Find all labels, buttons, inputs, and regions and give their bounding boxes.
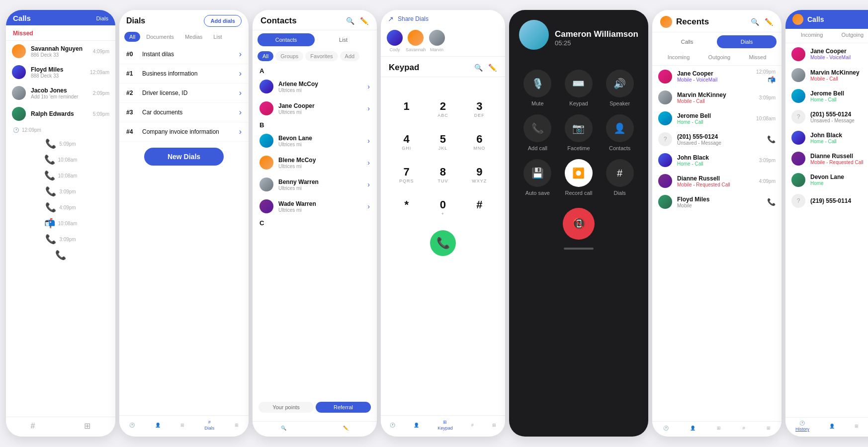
referral-btn[interactable]: Referral bbox=[316, 402, 371, 413]
tab-dials[interactable]: Dials bbox=[717, 35, 777, 48]
search-icon[interactable]: 🔍 bbox=[750, 17, 760, 27]
nav-apps[interactable]: ⊞ bbox=[84, 421, 90, 431]
keypad-9[interactable]: 9 WXYZ bbox=[464, 161, 495, 188]
nav-hash[interactable]: # bbox=[471, 423, 474, 428]
call-item: Savannah Nguyen 886 Deck 33 4:09pm bbox=[6, 41, 115, 62]
recent-item: ? (201) 555-0124 Unsaved - Message 📞 bbox=[652, 129, 781, 150]
contacts-title: Contacts bbox=[260, 16, 297, 26]
dials-arrow-icon[interactable]: › bbox=[239, 50, 242, 59]
subtab-missed[interactable]: Missed bbox=[747, 53, 769, 61]
speaker-button[interactable]: 🔊 Speaker bbox=[603, 70, 636, 106]
nav-contacts[interactable]: 👤 bbox=[690, 426, 695, 431]
contacts-button[interactable]: 👤 Contacts bbox=[603, 114, 636, 151]
nav-apps[interactable]: ⊞ bbox=[492, 423, 496, 428]
contact-arrow-icon[interactable]: › bbox=[367, 180, 370, 188]
record-button[interactable]: ⏺️ Record call bbox=[562, 159, 596, 196]
dials-button[interactable]: # Dials bbox=[603, 159, 636, 196]
nav-contacts[interactable]: 👤 bbox=[414, 423, 419, 428]
filter-all[interactable]: All bbox=[124, 32, 140, 42]
nav-history[interactable]: 🕐 bbox=[663, 426, 669, 431]
subtab-outgoing[interactable]: Outgoing bbox=[840, 31, 866, 39]
filter-medias[interactable]: Medias bbox=[180, 32, 207, 42]
keypad-star[interactable]: * bbox=[391, 193, 422, 221]
contact-sub: Ultrices mi bbox=[278, 142, 362, 147]
keypad-call-button[interactable]: 📞 bbox=[430, 230, 456, 256]
missed-tab[interactable]: Missed bbox=[13, 30, 33, 37]
filter-groups[interactable]: Groups bbox=[275, 51, 303, 61]
nav-apps[interactable]: ⊞ bbox=[235, 423, 239, 428]
edit-icon[interactable]: ✏️ bbox=[764, 17, 774, 27]
call-info: Marvin McKinney Mobile - Call bbox=[677, 91, 754, 104]
dials-arrow-icon[interactable]: › bbox=[239, 69, 242, 78]
avatar bbox=[658, 70, 672, 84]
recent-item: Marvin McKinney Mobile - Call 3:09pm bbox=[652, 87, 781, 108]
mute-button[interactable]: 🎙️ Mute bbox=[521, 70, 554, 106]
nav-grid[interactable]: ⊞ bbox=[855, 424, 859, 429]
nav-history[interactable]: 🕐 History bbox=[795, 421, 809, 432]
filter-add[interactable]: Add bbox=[340, 51, 360, 61]
share-label[interactable]: Share Dials bbox=[398, 15, 429, 22]
nav-edit[interactable]: ✏️ bbox=[343, 426, 348, 431]
tab-calls[interactable]: Calls bbox=[657, 35, 717, 48]
contact-arrow-icon[interactable]: › bbox=[367, 202, 370, 210]
search-icon[interactable]: 🔍 bbox=[345, 16, 355, 26]
new-dials-button[interactable]: New Dials bbox=[144, 148, 224, 166]
contact-name: Benny Warren bbox=[278, 179, 362, 185]
filter-favorites[interactable]: Favorites bbox=[305, 51, 338, 61]
nav-hash[interactable]: # bbox=[31, 422, 35, 431]
end-call-button[interactable]: 📵 bbox=[563, 208, 595, 240]
nav-history[interactable]: 🕐 bbox=[390, 423, 395, 428]
nav-keypad[interactable]: ⊞ Keypad bbox=[437, 420, 453, 431]
contact-arrow-icon[interactable]: › bbox=[367, 104, 370, 112]
filter-all[interactable]: All bbox=[258, 51, 273, 61]
facetime-button[interactable]: 📷 Facetime bbox=[562, 114, 596, 151]
nav-contacts[interactable]: 👤 bbox=[829, 424, 835, 429]
recent-contact[interactable]: Savannah bbox=[406, 30, 426, 52]
keypad-4[interactable]: 4 GHI bbox=[391, 128, 422, 156]
nav-hash[interactable]: # bbox=[743, 426, 745, 431]
contact-arrow-icon[interactable]: › bbox=[367, 83, 370, 90]
dials-arrow-icon[interactable]: › bbox=[239, 127, 242, 136]
auto-save-button[interactable]: 💾 Auto save bbox=[521, 159, 554, 196]
nav-apps[interactable]: ⊞ bbox=[767, 426, 771, 431]
search-icon[interactable]: 🔍 bbox=[473, 63, 483, 73]
nav-search[interactable]: 🔍 bbox=[281, 426, 286, 431]
contact-arrow-icon[interactable]: › bbox=[367, 159, 370, 167]
subtab-outgoing[interactable]: Outgoing bbox=[706, 53, 733, 61]
keypad-7[interactable]: 7 PQRS bbox=[391, 161, 422, 188]
edit-icon[interactable]: ✏️ bbox=[487, 63, 497, 73]
keypad-3[interactable]: 3 DEF bbox=[464, 95, 495, 123]
filter-list[interactable]: List bbox=[208, 32, 227, 42]
recent-contact[interactable]: Marvin bbox=[429, 30, 445, 52]
key-letters: WXYZ bbox=[472, 179, 487, 183]
keypad-5[interactable]: 5 JKL bbox=[427, 128, 458, 156]
tab-list[interactable]: List bbox=[315, 33, 372, 46]
nav-contacts[interactable]: 👤 bbox=[155, 423, 161, 428]
keypad-8[interactable]: 8 TUV bbox=[427, 161, 458, 188]
keypad-button[interactable]: ⌨️ Keypad bbox=[562, 70, 596, 106]
nav-grid[interactable]: ⊞ bbox=[717, 426, 721, 431]
contact-arrow-icon[interactable]: › bbox=[367, 137, 370, 145]
nav-dials[interactable]: # Dials bbox=[204, 420, 214, 431]
tab-contacts[interactable]: Contacts bbox=[258, 33, 315, 46]
recent-contact[interactable]: Cody bbox=[387, 30, 403, 52]
keypad-hash[interactable]: # bbox=[464, 193, 495, 221]
nav-history[interactable]: 🕐 bbox=[129, 423, 135, 428]
keypad-6[interactable]: 6 MNO bbox=[464, 128, 495, 156]
dials-arrow-icon[interactable]: › bbox=[239, 108, 242, 117]
subtab-incoming[interactable]: Incoming bbox=[666, 53, 692, 61]
filter-documents[interactable]: Documents bbox=[141, 32, 179, 42]
dials-arrow-icon[interactable]: › bbox=[239, 89, 242, 97]
edit-icon[interactable]: ✏️ bbox=[359, 16, 369, 26]
keypad-0[interactable]: 0 + bbox=[427, 193, 458, 221]
your-points-btn[interactable]: Your points bbox=[259, 402, 314, 413]
nav-grid[interactable]: ⊞ bbox=[180, 423, 184, 428]
keypad-1[interactable]: 1 bbox=[391, 95, 422, 123]
keypad-2[interactable]: 2 ABC bbox=[427, 95, 458, 123]
subtab-incoming[interactable]: Incoming bbox=[799, 31, 825, 39]
phone-number-display[interactable] bbox=[381, 77, 505, 91]
dials-tab-top[interactable]: Dials bbox=[96, 15, 108, 21]
add-dials-button[interactable]: Add dials bbox=[204, 15, 242, 27]
add-call-button[interactable]: 📞 Add call bbox=[521, 114, 554, 151]
contacts-icon: 👤 bbox=[690, 426, 695, 431]
